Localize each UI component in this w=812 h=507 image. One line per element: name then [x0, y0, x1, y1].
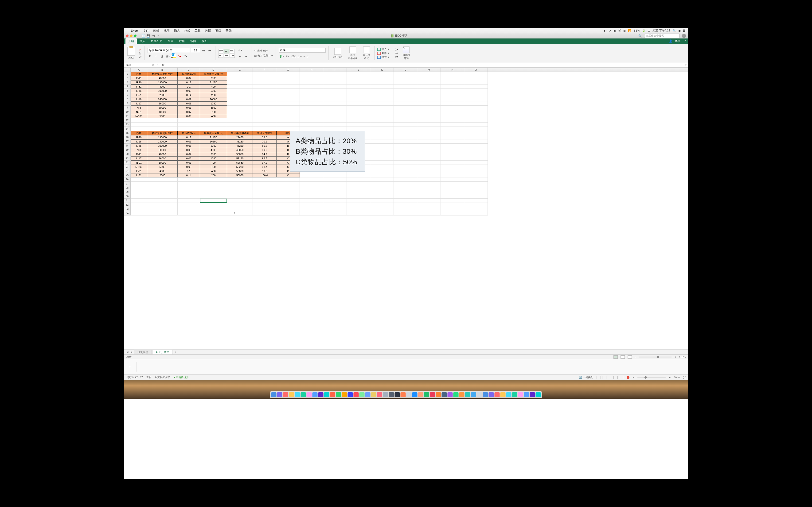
cell-D3[interactable]: 21450	[200, 80, 227, 84]
menu-tools[interactable]: 工具	[195, 29, 201, 33]
cell-A27[interactable]	[131, 182, 147, 186]
cell-D10[interactable]: 700	[200, 110, 227, 114]
row-header-2[interactable]: 2	[124, 76, 131, 80]
cell-O30[interactable]	[464, 194, 488, 199]
col-header-G[interactable]: G	[276, 68, 300, 72]
cell-K21[interactable]	[370, 156, 394, 161]
cell-O4[interactable]	[464, 84, 488, 89]
font-name-select[interactable]	[148, 48, 190, 53]
row-header-3[interactable]: 3	[124, 80, 131, 84]
cell-K31[interactable]	[370, 199, 394, 203]
cell-K2[interactable]	[370, 76, 394, 80]
collapse-ribbon-icon[interactable]: ˄	[683, 39, 688, 44]
close-button[interactable]	[126, 35, 129, 37]
cell-D15[interactable]: 年度使用金额/元	[200, 131, 227, 135]
cell-I6[interactable]	[323, 93, 347, 97]
row-header-23[interactable]: 23	[124, 165, 131, 169]
cell-L29[interactable]	[394, 190, 417, 194]
cell-E15[interactable]: 累计年使用金额	[227, 131, 253, 135]
menu-view[interactable]: 视图	[163, 29, 170, 33]
cell-C23[interactable]: 0.09	[177, 165, 200, 169]
cell-O11[interactable]	[464, 114, 488, 118]
cell-G5[interactable]	[276, 89, 300, 93]
cell-A16[interactable]: F-20	[131, 135, 147, 139]
cell-B9[interactable]: 80000	[147, 106, 177, 110]
status-icon-6[interactable]: ⊡	[648, 29, 650, 33]
cell-B2[interactable]: 40000	[147, 76, 177, 80]
slide-counter[interactable]: 幻灯片 42 / 97	[126, 376, 143, 379]
align-middle[interactable]	[224, 49, 229, 53]
cell-E14[interactable]	[227, 127, 253, 131]
dock-app-13[interactable]	[348, 392, 353, 397]
cell-J25[interactable]	[347, 173, 370, 177]
cell-D25[interactable]: 280	[200, 173, 227, 177]
cell-D28[interactable]	[200, 186, 227, 190]
cell-A4[interactable]: F-31	[131, 84, 147, 89]
cell-L16[interactable]	[394, 135, 417, 139]
cell-F12[interactable]	[253, 118, 276, 122]
cell-A11[interactable]: N-100	[131, 114, 147, 118]
underline-button[interactable]: U	[159, 54, 164, 58]
cell-M12[interactable]	[417, 118, 441, 122]
cell-F15[interactable]: 累计百分数%	[253, 131, 276, 135]
cell-B8[interactable]: 16000	[147, 101, 177, 106]
cell-J30[interactable]	[347, 194, 370, 199]
zoom-value[interactable]: 115%	[679, 355, 686, 358]
cell-O3[interactable]	[464, 80, 488, 84]
cell-K16[interactable]	[370, 135, 394, 139]
cell-E30[interactable]	[227, 194, 253, 199]
cell-I3[interactable]	[323, 80, 347, 84]
cell-O9[interactable]	[464, 106, 488, 110]
cell-N20[interactable]	[441, 152, 464, 156]
cell-B20[interactable]: 40000	[147, 152, 177, 156]
dock-app-8[interactable]	[318, 392, 323, 397]
sheet-tab-2[interactable]: ABC分类法	[152, 350, 172, 354]
cell-F17[interactable]: 70.9	[253, 139, 276, 144]
cell-M18[interactable]	[417, 144, 441, 148]
cell-H3[interactable]	[300, 80, 323, 84]
cell-F25[interactable]: 100.0	[253, 173, 276, 177]
cell-L10[interactable]	[394, 110, 417, 114]
align-left[interactable]	[218, 54, 223, 58]
menu-format[interactable]: 格式	[184, 29, 190, 33]
fill-color-button[interactable]: 🪣▾	[171, 54, 176, 58]
col-header-N[interactable]: N	[441, 68, 464, 72]
cell-C5[interactable]: 0.05	[177, 89, 200, 93]
cell-F9[interactable]	[253, 106, 276, 110]
cell-J29[interactable]	[347, 190, 370, 194]
col-header-I[interactable]: I	[323, 68, 347, 72]
cell-O15[interactable]	[464, 131, 488, 135]
cell-J2[interactable]	[347, 76, 370, 80]
expand-fbar-icon[interactable]: ▾	[684, 63, 688, 67]
cell-O26[interactable]	[464, 177, 488, 182]
cell-H33[interactable]	[300, 207, 323, 211]
cell-D17[interactable]: 16800	[200, 139, 227, 144]
cell-K15[interactable]	[370, 131, 394, 135]
cell-D13[interactable]	[200, 122, 227, 127]
cell-A30[interactable]	[131, 194, 147, 199]
cell-I32[interactable]	[323, 203, 347, 207]
search-input[interactable]: 在工作表中搜索	[644, 34, 679, 38]
copy-icon[interactable]: ⎘	[139, 52, 142, 55]
menu-help[interactable]: 帮助	[225, 29, 232, 33]
format-painter-icon[interactable]: 🖌	[139, 55, 142, 58]
cell-I14[interactable]	[323, 127, 347, 131]
indent-decrease[interactable]: ⇤	[238, 54, 243, 59]
cell-G25[interactable]: C	[276, 173, 300, 177]
cell-O32[interactable]	[464, 203, 488, 207]
cell-N34[interactable]	[441, 211, 464, 216]
cell-M25[interactable]	[417, 173, 441, 177]
cell-K24[interactable]	[370, 169, 394, 173]
dock-app-11[interactable]	[336, 392, 341, 397]
cell-A33[interactable]	[131, 207, 147, 211]
cell-O22[interactable]	[464, 161, 488, 165]
cell-C27[interactable]	[177, 182, 200, 186]
cell-I10[interactable]	[323, 110, 347, 114]
cell-J8[interactable]	[347, 101, 370, 106]
zoom-out-button[interactable]: −	[635, 355, 636, 358]
menu-edit[interactable]: 编辑	[153, 29, 159, 33]
cell-F27[interactable]	[253, 182, 276, 186]
cell-C29[interactable]	[177, 190, 200, 194]
cell-O1[interactable]	[464, 72, 488, 76]
cell-A3[interactable]: F-20	[131, 80, 147, 84]
